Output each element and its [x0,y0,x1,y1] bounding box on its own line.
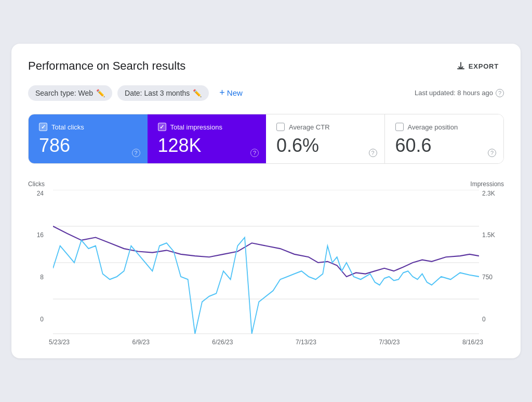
impressions-checkbox[interactable]: ✓ [158,123,166,131]
chart-svg [28,190,504,335]
last-updated: Last updated: 8 hours ago ? [415,89,504,97]
last-updated-text: Last updated: 8 hours ago [415,89,493,97]
chart-axis-labels: Clicks Impressions [28,180,504,188]
metrics-row: ✓ Total clicks 786 ? ✓ Total impressions… [28,114,504,164]
ctr-checkbox[interactable] [276,123,285,131]
chart-container: 24 16 8 0 2.3K 1.5K 750 0 [28,190,504,335]
search-type-filter[interactable]: Search type: Web ✏️ [28,85,112,101]
date-label: Date: Last 3 months [125,89,190,97]
metric-ctr[interactable]: Average CTR 0.6% ? [266,114,385,163]
y-right-2300: 2.3K [482,190,495,197]
last-updated-help-icon[interactable]: ? [496,89,504,97]
y-right-750: 750 [482,274,493,281]
position-value: 60.6 [395,135,494,156]
impressions-line [53,226,479,277]
y-left-0: 0 [40,316,44,323]
metric-clicks[interactable]: ✓ Total clicks 786 ? [29,114,148,163]
filters-row: Search type: Web ✏️ Date: Last 3 months … [28,84,504,101]
plus-icon: + [219,87,225,98]
search-type-label: Search type: Web [35,89,93,97]
metric-impressions-header: ✓ Total impressions [158,123,256,131]
y-left-16: 16 [37,231,44,239]
x-label-0: 5/23/23 [49,339,70,346]
y-labels-right: 2.3K 1.5K 750 0 [479,190,504,323]
left-axis-label: Clicks [28,180,45,188]
ctr-label: Average CTR [289,123,330,131]
edit-icon: ✏️ [96,89,105,97]
position-checkbox[interactable] [395,123,404,131]
x-label-1: 6/9/23 [132,339,150,346]
y-labels-left: 24 16 8 0 [28,190,47,323]
clicks-checkbox[interactable]: ✓ [39,123,47,131]
metric-impressions[interactable]: ✓ Total impressions 128K ? [148,114,267,163]
new-button[interactable]: + New [214,84,248,101]
impressions-help-icon[interactable]: ? [250,149,259,157]
metric-clicks-header: ✓ Total clicks [39,123,137,131]
export-button[interactable]: EXPORT [451,58,504,74]
clicks-line [53,237,479,333]
position-label: Average position [408,123,458,131]
metric-position[interactable]: Average position 60.6 ? [385,114,504,163]
x-label-5: 8/16/23 [462,339,483,346]
page-title: Performance on Search results [28,59,185,73]
clicks-label: Total clicks [51,123,84,131]
chart-area: Clicks Impressions 24 16 8 0 2.3K 1.5K 7… [28,176,504,346]
clicks-value: 786 [39,135,137,156]
date-filter[interactable]: Date: Last 3 months ✏️ [117,85,209,101]
y-left-24: 24 [37,190,44,197]
metric-position-header: Average position [395,123,494,131]
export-icon [456,61,466,71]
position-help-icon[interactable]: ? [488,149,496,157]
x-label-3: 7/13/23 [296,339,316,346]
ctr-value: 0.6% [276,135,374,156]
metric-ctr-header: Average CTR [276,123,374,131]
x-axis-labels: 5/23/23 6/9/23 6/26/23 7/13/23 7/30/23 8… [28,335,504,346]
y-right-0: 0 [482,316,486,323]
y-right-1500: 1.5K [482,231,495,239]
ctr-help-icon[interactable]: ? [369,149,377,157]
x-label-4: 7/30/23 [379,339,400,346]
y-left-8: 8 [40,274,44,281]
header-row: Performance on Search results EXPORT [28,58,504,74]
main-card: Performance on Search results EXPORT Sea… [11,44,521,358]
new-label: New [227,88,243,97]
clicks-help-icon[interactable]: ? [132,149,140,157]
x-label-2: 6/26/23 [212,339,233,346]
impressions-label: Total impressions [170,123,222,131]
edit-icon-2: ✏️ [193,89,202,97]
impressions-value: 128K [158,135,256,156]
export-label: EXPORT [469,62,499,70]
right-axis-label: Impressions [470,180,504,188]
